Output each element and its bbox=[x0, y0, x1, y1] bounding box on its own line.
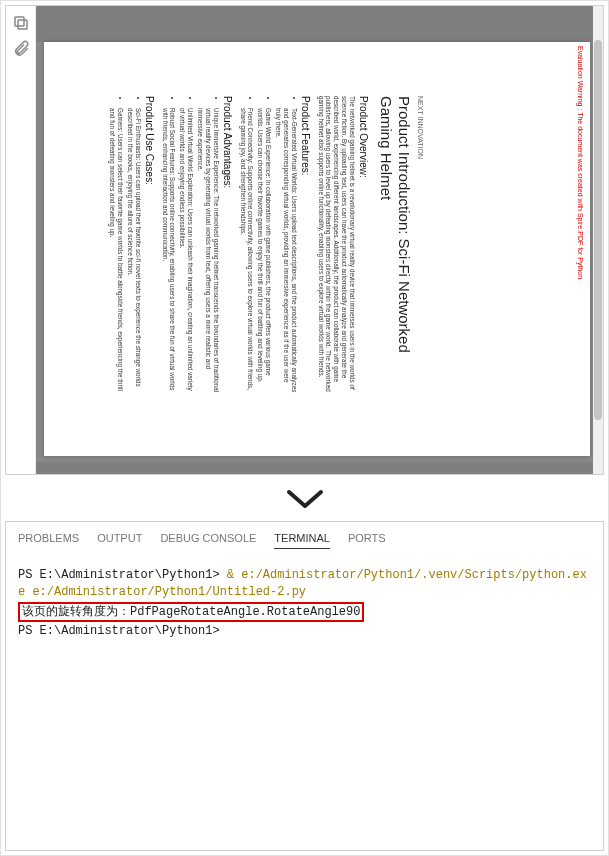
page-content-rotated: NEXT INNOVATION Product Introduction: Sc… bbox=[94, 46, 448, 446]
pdf-viewer: Evaluation Warning : The document was cr… bbox=[5, 5, 604, 475]
features-heading: Product Features: bbox=[300, 96, 311, 396]
advantages-list: Unique Immersive Experience: The network… bbox=[161, 96, 220, 396]
terminal-output[interactable]: PS E:\Administrator\Python1> & e:/Admini… bbox=[18, 567, 591, 640]
pdf-sidebar bbox=[6, 6, 36, 474]
panel-tabs: PROBLEMS OUTPUT DEBUG CONSOLE TERMINAL P… bbox=[18, 532, 591, 549]
features-list: Text-Generated Virtual Worlds: Users upl… bbox=[239, 96, 298, 396]
pdf-canvas[interactable]: Evaluation Warning : The document was cr… bbox=[36, 6, 603, 474]
list-item: Unique Immersive Experience: The network… bbox=[196, 108, 220, 396]
tab-terminal[interactable]: TERMINAL bbox=[274, 532, 330, 549]
pdf-page: Evaluation Warning : The document was cr… bbox=[44, 42, 590, 456]
overview-paragraph: The networked gaming helmet is a revolut… bbox=[317, 96, 356, 396]
usecases-heading: Product Use Cases: bbox=[144, 96, 155, 396]
prompt-text: PS E:\Administrator\Python1> bbox=[18, 568, 227, 582]
svg-rect-0 bbox=[18, 20, 27, 29]
tab-problems[interactable]: PROBLEMS bbox=[18, 532, 79, 549]
copy-icon[interactable] bbox=[12, 14, 30, 32]
list-item: Text-Generated Virtual Worlds: Users upl… bbox=[274, 108, 298, 396]
list-item: Unlimited Virtual World Exploration: Use… bbox=[178, 108, 194, 396]
list-item: Sci-Fi Enthusiasts: Users can upload the… bbox=[126, 108, 142, 396]
product-title: Product Introduction: Sci-Fi Networked G… bbox=[377, 96, 413, 396]
scroll-thumb[interactable] bbox=[594, 40, 602, 420]
advantages-heading: Product Advantages: bbox=[222, 96, 233, 396]
prompt-text: PS E:\Administrator\Python1> bbox=[18, 624, 227, 638]
page-header: NEXT INNOVATION bbox=[417, 96, 424, 396]
highlighted-output: 该页的旋转角度为：PdfPageRotateAngle.RotateAngle9… bbox=[18, 602, 364, 623]
list-item: Gamers: Users can select their favorite … bbox=[108, 108, 124, 396]
list-item: Game World Experience: In collaboration … bbox=[256, 108, 272, 396]
attachment-icon[interactable] bbox=[12, 40, 30, 58]
list-item: Robust Social Features: Supports online … bbox=[161, 108, 177, 396]
watermark-text: Evaluation Warning : The document was cr… bbox=[577, 46, 584, 281]
tab-output[interactable]: OUTPUT bbox=[97, 532, 142, 549]
list-item: Friend Connectivity: Supports online con… bbox=[239, 108, 255, 396]
arrow-down-icon bbox=[285, 486, 325, 514]
tab-debug-console[interactable]: DEBUG CONSOLE bbox=[160, 532, 256, 549]
canvas-bg-bottom bbox=[36, 462, 593, 474]
usecases-list: Sci-Fi Enthusiasts: Users can upload the… bbox=[108, 96, 141, 396]
tab-ports[interactable]: PORTS bbox=[348, 532, 386, 549]
terminal-panel: PROBLEMS OUTPUT DEBUG CONSOLE TERMINAL P… bbox=[5, 521, 604, 851]
scrollbar-vertical[interactable] bbox=[593, 6, 603, 474]
overview-heading: Product Overview: bbox=[358, 96, 369, 396]
canvas-bg-top bbox=[36, 6, 593, 42]
svg-rect-1 bbox=[15, 17, 24, 26]
